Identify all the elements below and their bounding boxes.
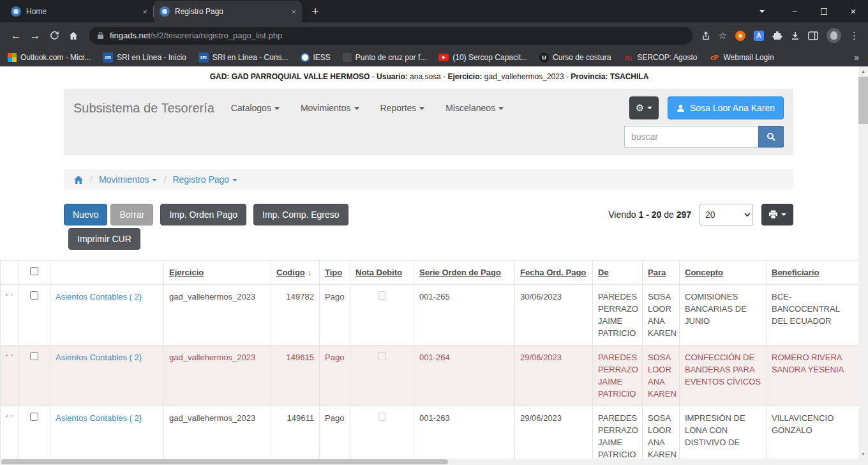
bookmark-webmail[interactable]: Webmail Login [709,52,774,63]
imp-comp-egreso-button[interactable]: Imp. Comp. Egreso [253,204,348,225]
view-icon[interactable] [11,351,13,360]
new-tab-button[interactable]: + [306,3,324,20]
bookmark-label: (10) Sercop Capacit... [453,53,527,62]
sri-icon [198,52,209,63]
header-de[interactable]: De [593,261,643,285]
extension-orange-icon[interactable] [735,31,745,41]
nota-debito-checkbox [378,291,386,300]
home-icon[interactable] [73,175,84,185]
settings-gear-button[interactable]: ⚙ [629,96,659,119]
nota-debito-checkbox [378,352,386,360]
print-dropdown-button[interactable] [761,204,793,225]
header-beneficiario[interactable]: Beneficiario [767,261,859,285]
close-button[interactable]: × [839,0,868,22]
menu-reportes[interactable]: Reportes [380,103,425,113]
download-icon[interactable] [791,31,800,40]
bookmark-label: SRI en Línea - Cons... [213,53,288,62]
header-para[interactable]: Para [643,261,680,285]
header-serie-orden-pago[interactable]: Serie Orden de Pago [414,261,515,285]
edit-icon[interactable] [6,412,8,420]
app-header: Subsistema de Tesorería Catalogos Movimi… [64,89,793,155]
bookmark-outlook[interactable]: Outlook.com - Micr... [8,53,91,62]
extensions-puzzle-icon[interactable] [772,31,782,41]
menu-catalogos[interactable]: Catalogos [231,103,280,113]
tab-search-chevron-icon[interactable] [749,0,775,22]
address-bar[interactable]: fingads.net/sf2/tesoreria/registro_pago_… [89,27,692,45]
forward-icon[interactable]: → [26,29,45,42]
browser-tab-home[interactable]: Home × [5,1,153,22]
scroll-up-arrow-icon[interactable]: ▲ [858,66,868,76]
table-header-row: Ejercicio Codigo↓ Tipo Nota Debito Serie… [1,261,859,285]
bookmark-sri-inicio[interactable]: SRI en Línea - Inicio [103,52,186,63]
row-checkbox[interactable] [30,291,38,300]
scroll-down-arrow-icon[interactable]: ▼ [858,449,868,459]
bookmark-star-icon[interactable]: ☆ [719,30,727,42]
breadcrumb-movimientos[interactable]: Movimientos [99,174,158,185]
menu-movimientos[interactable]: Movimientos [301,103,359,113]
bookmark-sri-consultas[interactable]: SRI en Línea - Cons... [198,52,288,63]
bookmark-sercop-agosto[interactable]: SERCOP: Agosto [623,52,697,63]
provincia-label: Provincia: [571,72,608,81]
reload-icon[interactable] [45,31,64,40]
asientos-contables-link[interactable]: Asientos Contables ( 2} [56,413,142,423]
url-path: /sf2/tesoreria/registro_pago_list.php [151,31,283,40]
horizontal-scrollbar-thumb[interactable] [1,459,448,464]
menu-miscelaneos[interactable]: Miscelaneos [445,103,504,113]
header-fecha-ord-pago[interactable]: Fecha Ord. Pago [515,261,593,285]
view-icon[interactable] [11,291,13,299]
user-button[interactable]: Sosa Loor Ana Karen [668,96,784,119]
cell-codigo: 149611 [271,406,320,459]
cell-tipo: Pago [320,346,350,406]
search-button[interactable] [758,126,784,148]
gad-value: GAD PARROQUIAL VALLE HERMOSO [232,72,370,81]
browser-tab-registro-pago[interactable]: Registro Pago × [154,1,302,22]
tab-close-icon[interactable]: × [142,7,147,17]
header-tipo[interactable]: Tipo [320,261,350,285]
maximize-button[interactable] [809,0,839,22]
horizontal-scrollbar[interactable] [0,459,858,465]
tab-close-icon[interactable]: × [291,7,296,17]
browser-menu-kebab-icon[interactable]: ⋮ [849,30,859,42]
page-size-select[interactable]: 20 [700,204,753,225]
url-host: fingads.net [110,31,151,40]
search-input[interactable] [624,126,758,148]
bookmarks-overflow-chevron[interactable]: » [854,52,859,63]
cell-tipo: Pago [320,285,350,346]
imprimir-cur-button[interactable]: Imprimir CUR [68,228,140,250]
user-name: Sosa Loor Ana Karen [690,103,775,113]
bookmark-sercop-capacit[interactable]: (10) Sercop Capacit... [438,53,527,62]
side-panel-icon[interactable] [808,31,818,40]
header-codigo[interactable]: Codigo↓ [271,261,320,285]
view-icon[interactable] [11,412,13,420]
bookmark-iess[interactable]: IESS [301,53,331,62]
registro-pago-table: Ejercicio Codigo↓ Tipo Nota Debito Serie… [0,260,858,459]
breadcrumb: / Movimientos / Registro Pago [64,169,793,190]
imp-orden-pago-button[interactable]: Imp. Orden Pago [160,204,246,225]
edit-icon[interactable] [6,351,8,360]
bookmark-label: SRI en Línea - Inicio [117,53,186,62]
edit-icon[interactable] [6,291,8,299]
vertical-scrollbar[interactable]: ▲ ▼ [858,66,868,459]
header-concepto[interactable]: Concepto [680,261,767,285]
bookmark-punto-de-cruz[interactable]: Punto de cruz por f... [343,53,426,62]
borrar-button[interactable]: Borrar [110,204,153,225]
row-checkbox[interactable] [30,413,38,421]
header-nota-debito[interactable]: Nota Debito [350,261,414,285]
translate-icon[interactable] [754,31,764,41]
minimize-button[interactable]: – [780,0,809,22]
bookmark-label: IESS [313,53,331,62]
vertical-scrollbar-thumb[interactable] [858,77,868,124]
header-ejercicio[interactable]: Ejercicio [164,261,271,285]
asientos-contables-link[interactable]: Asientos Contables ( 2} [56,292,142,301]
browser-home-icon[interactable] [64,31,83,41]
profile-avatar[interactable] [827,28,841,43]
scrollbar-corner [858,459,868,465]
share-icon[interactable] [701,31,710,40]
back-icon[interactable]: ← [6,29,26,42]
breadcrumb-registro-pago[interactable]: Registro Pago [172,174,237,185]
select-all-checkbox[interactable] [30,267,38,275]
bookmark-curso-costura[interactable]: Curso de costura [539,53,611,63]
row-checkbox[interactable] [30,352,38,360]
nuevo-button[interactable]: Nuevo [64,204,107,225]
asientos-contables-link[interactable]: Asientos Contables ( 2} [56,353,142,362]
